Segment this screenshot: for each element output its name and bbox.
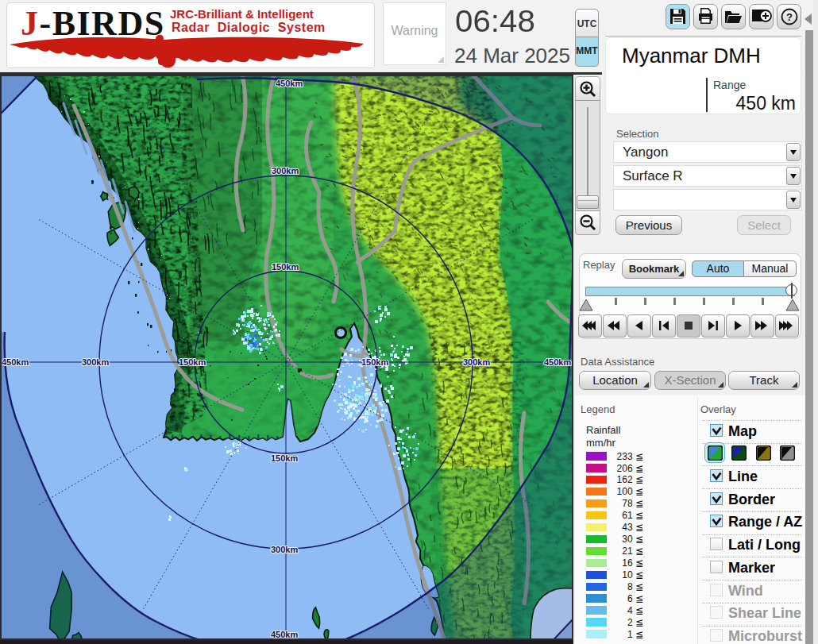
svg-text:?: ? [786,11,793,23]
svg-text:300km: 300km [463,357,490,367]
svg-text:300km: 300km [272,166,299,175]
svg-text:450km: 450km [2,357,29,367]
svg-text:300km: 300km [271,545,298,554]
svg-text:150km: 150km [361,357,388,367]
svg-text:150km: 150km [179,357,206,367]
svg-text:450km: 450km [276,79,303,88]
svg-text:150km: 150km [271,453,298,463]
svg-text:450km: 450km [544,357,571,367]
svg-text:150km: 150km [272,262,299,272]
svg-text:300km: 300km [82,357,109,367]
svg-text:450km: 450km [271,630,298,639]
